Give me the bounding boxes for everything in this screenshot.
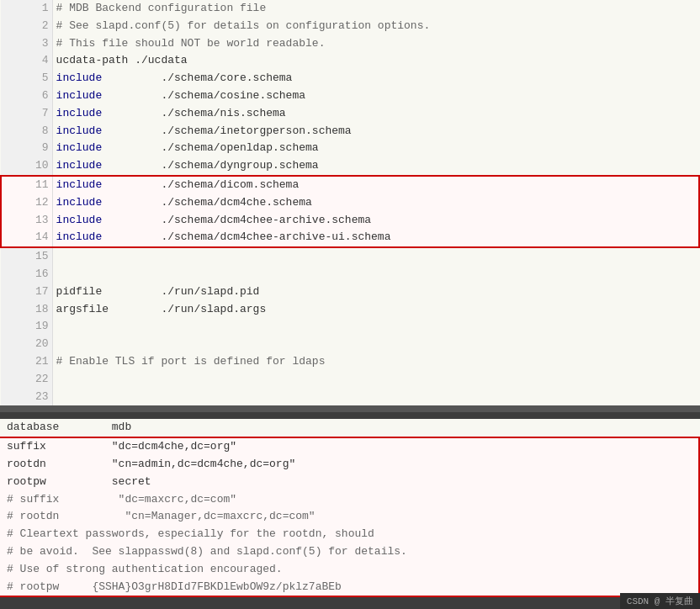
line-number: 6 (1, 87, 52, 105)
code-line: 20 (1, 336, 699, 353)
line-content: include ./schema/dcm4che.schema (52, 194, 699, 212)
line-content: # suffix "dc=maxcrc,dc=com" (0, 491, 699, 509)
code-line: # rootpw {SSHA}O3grH8DId7FBKDlEwbOW9z/pk… (0, 579, 699, 597)
line-number: 3 (1, 35, 52, 53)
line-number: 8 (1, 123, 52, 140)
code-line: rootdn "cn=admin,dc=dcm4che,dc=org" (0, 456, 699, 474)
line-content (52, 266, 699, 283)
line-number: 10 (1, 157, 52, 176)
code-line: 9include ./schema/openldap.schema (1, 140, 699, 157)
line-content: include ./schema/dcm4chee-archive-ui.sch… (52, 229, 699, 247)
code-line: 6include ./schema/cosine.schema (1, 87, 699, 105)
line-content: # MDB Backend configuration file (52, 0, 699, 18)
line-number: 5 (1, 70, 52, 87)
code-line: 21# Enable TLS if port is defined for ld… (1, 353, 699, 371)
line-content: rootpw secret (0, 474, 699, 491)
line-content: # Enable TLS if port is defined for ldap… (52, 353, 699, 371)
line-content: argsfile ./run/slapd.args (52, 301, 699, 319)
line-content: # See slapd.conf(5) for details on confi… (52, 18, 699, 35)
line-number: 1 (1, 0, 52, 18)
line-number: 22 (1, 371, 52, 389)
code-line: 8include ./schema/inetorgperson.schema (1, 123, 699, 140)
code-line: 3# This file should NOT be world readabl… (1, 35, 699, 53)
code-line: 16 (1, 266, 699, 283)
line-number: 9 (1, 140, 52, 157)
bottom-code-section: database mdbsuffix "dc=dcm4che,dc=org"ro… (0, 419, 700, 597)
line-number: 4 (1, 52, 52, 70)
line-content (52, 389, 699, 406)
line-content: database mdb (0, 419, 699, 437)
line-content: ucdata-path ./ucdata (52, 52, 699, 70)
code-line: 10include ./schema/dyngroup.schema (1, 157, 699, 176)
code-line: 11include ./schema/dicom.schema (1, 176, 699, 194)
line-content: # This file should NOT be world readable… (52, 35, 699, 53)
line-content: include ./schema/cosine.schema (52, 87, 699, 105)
code-line: 7include ./schema/nis.schema (1, 105, 699, 123)
line-number: 23 (1, 389, 52, 406)
code-line: # rootdn "cn=Manager,dc=maxcrc,dc=com" (0, 508, 699, 526)
line-number: 13 (1, 212, 52, 230)
line-content: # be avoid. See slappasswd(8) and slapd.… (0, 543, 699, 561)
line-number: 15 (1, 247, 52, 266)
code-line: 23 (1, 389, 699, 406)
line-number: 7 (1, 105, 52, 123)
code-line: 22 (1, 371, 699, 389)
code-line: 13include ./schema/dcm4chee-archive.sche… (1, 212, 699, 230)
top-code-section: 1# MDB Backend configuration file2# See … (0, 0, 700, 405)
line-content: include ./schema/openldap.schema (52, 140, 699, 157)
line-content: rootdn "cn=admin,dc=dcm4che,dc=org" (0, 456, 699, 474)
line-content: include ./schema/nis.schema (52, 105, 699, 123)
line-content: include ./schema/dyngroup.schema (52, 157, 699, 176)
code-line: rootpw secret (0, 474, 699, 491)
line-content: # Cleartext passwords, especially for th… (0, 526, 699, 543)
code-line: 12include ./schema/dcm4che.schema (1, 194, 699, 212)
line-content: include ./schema/core.schema (52, 70, 699, 87)
line-content: include ./schema/dicom.schema (52, 176, 699, 194)
line-number: 18 (1, 301, 52, 319)
line-number: 19 (1, 318, 52, 336)
line-number: 20 (1, 336, 52, 353)
code-line: 17pidfile ./run/slapd.pid (1, 283, 699, 301)
line-number: 11 (1, 176, 52, 194)
line-content (52, 371, 699, 389)
line-number: 16 (1, 266, 52, 283)
line-content (52, 318, 699, 336)
line-content: include ./schema/dcm4chee-archive.schema (52, 212, 699, 230)
code-line: 18argsfile ./run/slapd.args (1, 301, 699, 319)
code-line: 2# See slapd.conf(5) for details on conf… (1, 18, 699, 35)
code-line: 14include ./schema/dcm4chee-archive-ui.s… (1, 229, 699, 247)
code-line: 19 (1, 318, 699, 336)
bottom-code-table: database mdbsuffix "dc=dcm4che,dc=org"ro… (0, 419, 700, 597)
line-content: # rootpw {SSHA}O3grH8DId7FBKDlEwbOW9z/pk… (0, 579, 699, 597)
editor-container: 1# MDB Backend configuration file2# See … (0, 0, 700, 597)
line-content: # rootdn "cn=Manager,dc=maxcrc,dc=com" (0, 508, 699, 526)
line-number: 12 (1, 194, 52, 212)
code-line: # be avoid. See slappasswd(8) and slapd.… (0, 543, 699, 561)
code-line: # Use of strong authentication encourage… (0, 561, 699, 579)
code-line: 4ucdata-path ./ucdata (1, 52, 699, 70)
line-content (52, 247, 699, 266)
line-number: 14 (1, 229, 52, 247)
code-line: 5include ./schema/core.schema (1, 70, 699, 87)
code-line: # suffix "dc=maxcrc,dc=com" (0, 491, 699, 509)
code-line: database mdb (0, 419, 699, 437)
line-content (52, 336, 699, 353)
line-number: 2 (1, 18, 52, 35)
line-content: pidfile ./run/slapd.pid (52, 283, 699, 301)
line-number: 21 (1, 353, 52, 371)
line-content: suffix "dc=dcm4che,dc=org" (0, 437, 699, 456)
line-content: include ./schema/inetorgperson.schema (52, 123, 699, 140)
line-content: # Use of strong authentication encourage… (0, 561, 699, 579)
watermark: CSDN @ 半复曲 (620, 593, 700, 597)
line-number: 17 (1, 283, 52, 301)
top-code-table: 1# MDB Backend configuration file2# See … (0, 0, 700, 405)
code-line: 1# MDB Backend configuration file (1, 0, 699, 18)
code-line: # Cleartext passwords, especially for th… (0, 526, 699, 543)
code-line: suffix "dc=dcm4che,dc=org" (0, 437, 699, 456)
section-separator (0, 405, 700, 412)
code-line: 15 (1, 247, 699, 266)
